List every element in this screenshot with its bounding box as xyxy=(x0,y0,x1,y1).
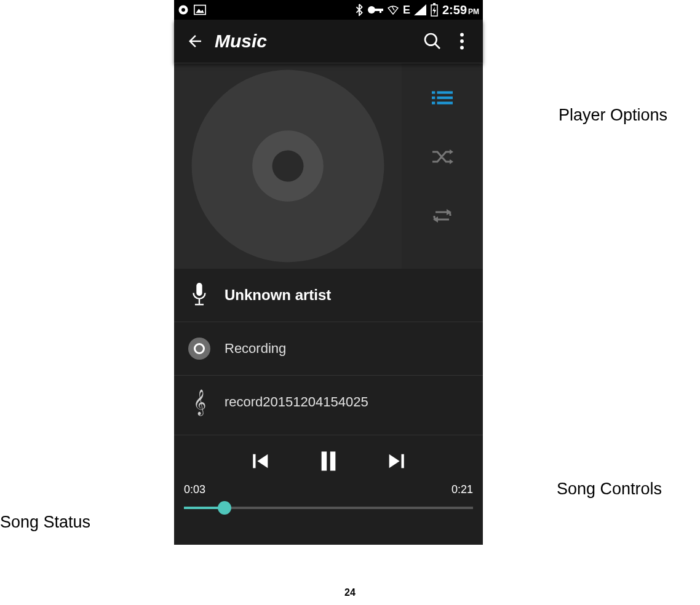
status-bar: E 2:59PM xyxy=(174,0,483,20)
svg-rect-23 xyxy=(437,97,453,99)
svg-marker-26 xyxy=(450,149,453,154)
repeat-button[interactable] xyxy=(430,204,455,228)
song-name: record20151204154025 xyxy=(225,394,368,410)
svg-point-14 xyxy=(460,33,464,37)
disc-icon xyxy=(186,338,212,360)
annotation-song-controls: Song Controls xyxy=(557,480,662,499)
total-time: 0:21 xyxy=(451,483,473,496)
search-button[interactable] xyxy=(418,26,447,56)
shuffle-button[interactable] xyxy=(430,144,455,169)
svg-marker-27 xyxy=(450,159,453,164)
svg-point-1 xyxy=(181,8,185,12)
seek-bar[interactable] xyxy=(184,500,473,516)
svg-rect-6 xyxy=(380,9,381,13)
artist-name: Unknown artist xyxy=(225,287,331,304)
svg-rect-24 xyxy=(432,101,435,104)
controls-row xyxy=(174,435,483,483)
svg-rect-25 xyxy=(437,101,453,104)
svg-rect-36 xyxy=(330,451,336,470)
artist-row[interactable]: Unknown artist xyxy=(174,269,483,322)
svg-rect-10 xyxy=(433,3,436,5)
image-icon xyxy=(194,4,206,15)
status-clock: 2:59PM xyxy=(442,3,479,17)
svg-rect-33 xyxy=(253,454,255,469)
pause-button[interactable] xyxy=(318,449,339,475)
svg-rect-35 xyxy=(322,451,327,470)
svg-point-12 xyxy=(425,34,437,45)
svg-marker-8 xyxy=(414,4,426,15)
wifi-off-icon xyxy=(387,4,399,15)
album-name: Recording xyxy=(225,341,286,357)
page-number: 24 xyxy=(0,587,700,598)
album-art xyxy=(174,63,402,269)
time-row: 0:03 0:21 xyxy=(174,483,483,500)
svg-marker-3 xyxy=(196,9,204,13)
annotation-player-options: Player Options xyxy=(559,106,667,125)
svg-rect-30 xyxy=(196,283,202,296)
back-button[interactable] xyxy=(180,26,210,56)
key-icon xyxy=(367,6,383,14)
song-row[interactable]: 𝄞 record20151204154025 xyxy=(174,375,483,429)
seek-thumb[interactable] xyxy=(218,501,231,515)
bluetooth-icon xyxy=(355,4,364,16)
mic-icon xyxy=(186,283,212,307)
annotation-song-status: Song Status xyxy=(0,513,90,532)
treble-clef-icon: 𝄞 xyxy=(186,391,212,413)
svg-rect-22 xyxy=(432,97,435,99)
elapsed-time: 0:03 xyxy=(184,483,205,496)
svg-marker-37 xyxy=(389,454,400,469)
app-title: Music xyxy=(215,31,418,52)
svg-rect-38 xyxy=(402,454,404,469)
svg-line-7 xyxy=(392,6,394,10)
target-icon xyxy=(178,4,189,15)
phone-screenshot: E 2:59PM Music xyxy=(174,0,483,545)
svg-line-13 xyxy=(435,44,440,49)
app-bar: Music xyxy=(174,20,483,63)
svg-rect-21 xyxy=(437,91,453,93)
svg-rect-20 xyxy=(432,91,435,93)
queue-button[interactable] xyxy=(430,85,455,110)
svg-marker-11 xyxy=(432,7,436,15)
svg-rect-5 xyxy=(375,9,383,11)
next-button[interactable] xyxy=(386,451,407,474)
svg-point-4 xyxy=(368,6,375,14)
svg-marker-34 xyxy=(257,454,268,469)
album-section xyxy=(174,63,483,269)
network-type-label: E xyxy=(403,4,410,17)
svg-point-15 xyxy=(460,39,464,43)
signal-icon xyxy=(414,4,426,15)
svg-point-16 xyxy=(460,46,464,50)
battery-charging-icon xyxy=(430,3,439,17)
player-options-column xyxy=(402,63,483,269)
overflow-menu-button[interactable] xyxy=(447,26,477,56)
playback-controls-area: 0:03 0:21 xyxy=(174,432,483,526)
svg-rect-2 xyxy=(194,6,205,15)
album-row[interactable]: Recording xyxy=(174,322,483,375)
previous-button[interactable] xyxy=(250,451,271,474)
